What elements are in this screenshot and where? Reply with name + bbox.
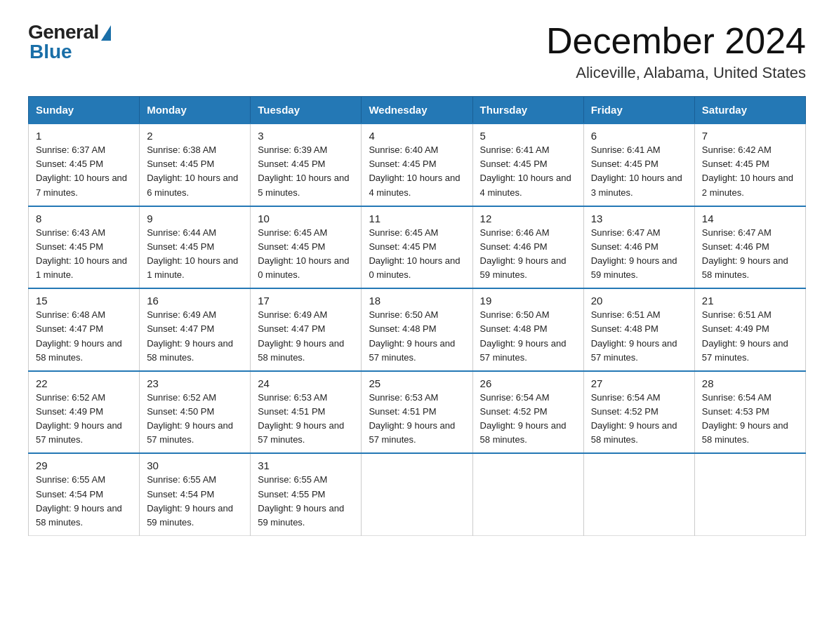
day-info: Sunrise: 6:45 AMSunset: 4:45 PMDaylight:… <box>258 227 349 280</box>
day-number: 8 <box>36 213 132 224</box>
day-number: 12 <box>480 213 576 224</box>
calendar-cell: 12 Sunrise: 6:46 AMSunset: 4:46 PMDaylig… <box>472 206 583 289</box>
calendar-cell: 21 Sunrise: 6:51 AMSunset: 4:49 PMDaylig… <box>694 288 805 371</box>
day-info: Sunrise: 6:40 AMSunset: 4:45 PMDaylight:… <box>369 145 460 197</box>
day-info: Sunrise: 6:55 AMSunset: 4:55 PMDaylight:… <box>258 474 344 527</box>
weekday-header-monday: Monday <box>140 97 251 124</box>
logo-triangle-icon <box>101 25 111 41</box>
calendar-cell: 11 Sunrise: 6:45 AMSunset: 4:45 PMDaylig… <box>362 206 472 289</box>
calendar-cell: 13 Sunrise: 6:47 AMSunset: 4:46 PMDaylig… <box>583 206 694 289</box>
calendar-cell: 23 Sunrise: 6:52 AMSunset: 4:50 PMDaylig… <box>140 371 251 454</box>
day-info: Sunrise: 6:54 AMSunset: 4:52 PMDaylight:… <box>591 392 677 445</box>
day-number: 28 <box>702 377 798 389</box>
logo: General Blue <box>28 21 111 63</box>
calendar-week-5: 29 Sunrise: 6:55 AMSunset: 4:54 PMDaylig… <box>29 453 806 535</box>
calendar-cell: 20 Sunrise: 6:51 AMSunset: 4:48 PMDaylig… <box>583 288 694 371</box>
day-number: 4 <box>369 130 465 142</box>
day-info: Sunrise: 6:51 AMSunset: 4:49 PMDaylight:… <box>702 309 788 362</box>
day-number: 23 <box>147 377 243 389</box>
calendar-cell: 3 Sunrise: 6:39 AMSunset: 4:45 PMDayligh… <box>251 123 362 206</box>
day-info: Sunrise: 6:37 AMSunset: 4:45 PMDaylight:… <box>36 145 127 197</box>
day-number: 3 <box>258 130 354 142</box>
title-block: December 2024 Aliceville, Alabama, Unite… <box>546 21 806 82</box>
day-number: 24 <box>258 377 354 389</box>
calendar-cell: 8 Sunrise: 6:43 AMSunset: 4:45 PMDayligh… <box>29 206 140 289</box>
day-number: 16 <box>147 295 243 307</box>
calendar-cell <box>472 453 583 535</box>
day-info: Sunrise: 6:42 AMSunset: 4:45 PMDaylight:… <box>702 145 793 197</box>
day-number: 21 <box>702 295 798 307</box>
day-info: Sunrise: 6:52 AMSunset: 4:50 PMDaylight:… <box>147 392 233 445</box>
calendar-cell: 6 Sunrise: 6:41 AMSunset: 4:45 PMDayligh… <box>583 123 694 206</box>
day-number: 26 <box>480 377 576 389</box>
calendar-cell: 27 Sunrise: 6:54 AMSunset: 4:52 PMDaylig… <box>583 371 694 454</box>
day-number: 5 <box>480 130 576 142</box>
day-info: Sunrise: 6:46 AMSunset: 4:46 PMDaylight:… <box>480 227 567 280</box>
day-info: Sunrise: 6:53 AMSunset: 4:51 PMDaylight:… <box>369 392 455 445</box>
calendar-cell: 9 Sunrise: 6:44 AMSunset: 4:45 PMDayligh… <box>140 206 251 289</box>
calendar-cell: 25 Sunrise: 6:53 AMSunset: 4:51 PMDaylig… <box>362 371 472 454</box>
calendar-cell: 7 Sunrise: 6:42 AMSunset: 4:45 PMDayligh… <box>694 123 805 206</box>
weekday-header-thursday: Thursday <box>472 97 583 124</box>
day-number: 2 <box>147 130 243 142</box>
calendar-week-4: 22 Sunrise: 6:52 AMSunset: 4:49 PMDaylig… <box>29 371 806 454</box>
weekday-header-row: SundayMondayTuesdayWednesdayThursdayFrid… <box>29 97 806 124</box>
weekday-header-tuesday: Tuesday <box>251 97 362 124</box>
calendar-cell: 14 Sunrise: 6:47 AMSunset: 4:46 PMDaylig… <box>694 206 805 289</box>
calendar-cell: 5 Sunrise: 6:41 AMSunset: 4:45 PMDayligh… <box>472 123 583 206</box>
calendar-cell: 2 Sunrise: 6:38 AMSunset: 4:45 PMDayligh… <box>140 123 251 206</box>
day-info: Sunrise: 6:48 AMSunset: 4:47 PMDaylight:… <box>36 309 122 362</box>
day-info: Sunrise: 6:44 AMSunset: 4:45 PMDaylight:… <box>147 227 238 280</box>
calendar-week-3: 15 Sunrise: 6:48 AMSunset: 4:47 PMDaylig… <box>29 288 806 371</box>
calendar-cell: 4 Sunrise: 6:40 AMSunset: 4:45 PMDayligh… <box>362 123 472 206</box>
day-info: Sunrise: 6:47 AMSunset: 4:46 PMDaylight:… <box>702 227 788 280</box>
day-number: 27 <box>591 377 687 389</box>
logo-text-blue: Blue <box>29 41 72 63</box>
day-number: 6 <box>591 130 687 142</box>
weekday-header-wednesday: Wednesday <box>362 97 472 124</box>
day-info: Sunrise: 6:55 AMSunset: 4:54 PMDaylight:… <box>36 474 122 527</box>
calendar-cell: 31 Sunrise: 6:55 AMSunset: 4:55 PMDaylig… <box>251 453 362 535</box>
day-number: 13 <box>591 213 687 224</box>
month-year: December 2024 <box>546 21 806 61</box>
calendar-cell: 18 Sunrise: 6:50 AMSunset: 4:48 PMDaylig… <box>362 288 472 371</box>
location: Aliceville, Alabama, United States <box>546 64 806 82</box>
calendar-cell: 10 Sunrise: 6:45 AMSunset: 4:45 PMDaylig… <box>251 206 362 289</box>
day-info: Sunrise: 6:41 AMSunset: 4:45 PMDaylight:… <box>591 145 682 197</box>
calendar-week-2: 8 Sunrise: 6:43 AMSunset: 4:45 PMDayligh… <box>29 206 806 289</box>
day-number: 17 <box>258 295 354 307</box>
page-header: General Blue December 2024 Aliceville, A… <box>28 21 806 82</box>
day-number: 19 <box>480 295 576 307</box>
day-info: Sunrise: 6:41 AMSunset: 4:45 PMDaylight:… <box>480 145 571 197</box>
day-info: Sunrise: 6:54 AMSunset: 4:52 PMDaylight:… <box>480 392 567 445</box>
day-number: 7 <box>702 130 798 142</box>
day-number: 22 <box>36 377 132 389</box>
calendar-table: SundayMondayTuesdayWednesdayThursdayFrid… <box>28 96 806 536</box>
calendar-week-1: 1 Sunrise: 6:37 AMSunset: 4:45 PMDayligh… <box>29 123 806 206</box>
day-info: Sunrise: 6:49 AMSunset: 4:47 PMDaylight:… <box>147 309 233 362</box>
day-info: Sunrise: 6:43 AMSunset: 4:45 PMDaylight:… <box>36 227 127 280</box>
calendar-cell: 15 Sunrise: 6:48 AMSunset: 4:47 PMDaylig… <box>29 288 140 371</box>
day-number: 18 <box>369 295 465 307</box>
day-info: Sunrise: 6:55 AMSunset: 4:54 PMDaylight:… <box>147 474 233 527</box>
day-number: 29 <box>36 459 132 471</box>
calendar-cell <box>694 453 805 535</box>
calendar-cell: 22 Sunrise: 6:52 AMSunset: 4:49 PMDaylig… <box>29 371 140 454</box>
calendar-cell: 26 Sunrise: 6:54 AMSunset: 4:52 PMDaylig… <box>472 371 583 454</box>
day-info: Sunrise: 6:49 AMSunset: 4:47 PMDaylight:… <box>258 309 344 362</box>
weekday-header-friday: Friday <box>583 97 694 124</box>
day-number: 30 <box>147 459 243 471</box>
calendar-cell: 28 Sunrise: 6:54 AMSunset: 4:53 PMDaylig… <box>694 371 805 454</box>
calendar-cell <box>362 453 472 535</box>
day-info: Sunrise: 6:54 AMSunset: 4:53 PMDaylight:… <box>702 392 788 445</box>
day-info: Sunrise: 6:50 AMSunset: 4:48 PMDaylight:… <box>480 309 567 362</box>
day-number: 10 <box>258 213 354 224</box>
day-info: Sunrise: 6:51 AMSunset: 4:48 PMDaylight:… <box>591 309 677 362</box>
day-info: Sunrise: 6:45 AMSunset: 4:45 PMDaylight:… <box>369 227 460 280</box>
day-info: Sunrise: 6:50 AMSunset: 4:48 PMDaylight:… <box>369 309 455 362</box>
day-info: Sunrise: 6:39 AMSunset: 4:45 PMDaylight:… <box>258 145 349 197</box>
calendar-cell: 1 Sunrise: 6:37 AMSunset: 4:45 PMDayligh… <box>29 123 140 206</box>
calendar-cell: 24 Sunrise: 6:53 AMSunset: 4:51 PMDaylig… <box>251 371 362 454</box>
day-number: 15 <box>36 295 132 307</box>
day-number: 20 <box>591 295 687 307</box>
